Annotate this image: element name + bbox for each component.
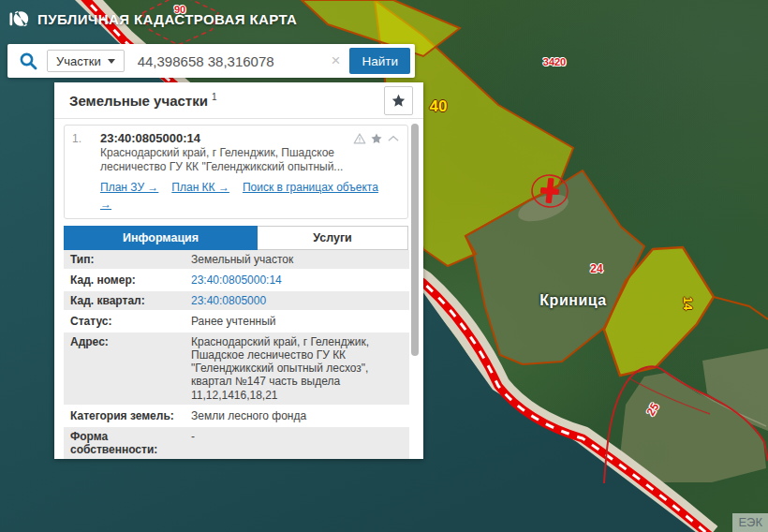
item-links: План ЗУ →План КК →Поиск в границах объек… — [100, 178, 400, 212]
results-panel-title: Земельные участки 1 — [69, 92, 217, 109]
result-item[interactable]: 1. 23:40:0805000:14 — [64, 125, 408, 219]
warning-icon[interactable] — [353, 132, 366, 145]
find-button[interactable]: Найти — [349, 48, 410, 74]
app-window: 9034204024Криница1425 ЕЭК ПУБЛИЧНАЯ КАДА… — [0, 0, 768, 532]
info-row-label: Статус: — [64, 315, 184, 328]
info-row-value-link[interactable]: 23:40:0805000:14 — [184, 273, 409, 287]
search-icon[interactable] — [19, 52, 37, 70]
info-row: Статус:Ранее учтенный — [64, 312, 409, 332]
clear-search-icon[interactable]: × — [328, 52, 350, 70]
info-row-label: Форма собственности: — [64, 430, 184, 456]
search-bar: Участки × Найти — [7, 44, 415, 78]
info-row-label: Тип: — [64, 253, 184, 266]
info-row-value: Ранее учтенный — [184, 315, 409, 328]
search-category-dropdown[interactable]: Участки — [47, 50, 125, 72]
info-row: Тип:Земельный участок — [64, 250, 409, 271]
tab-information[interactable]: Информация — [64, 226, 258, 250]
info-table: Тип:Земельный участокКад. номер:23:40:08… — [64, 250, 409, 459]
item-link-0[interactable]: План ЗУ → — [100, 181, 158, 194]
boundary-line — [714, 297, 768, 319]
info-row-label: Адрес: — [64, 335, 184, 401]
info-row-value: Земли лесного фонда — [184, 409, 409, 422]
info-row: Адрес:Краснодарский край, г Геленджик, П… — [64, 332, 409, 406]
info-row-value-link[interactable]: 23:40:0805000 — [184, 294, 409, 307]
star-icon — [391, 93, 406, 109]
item-address: Краснодарский край, г Геленджик, Пшадско… — [100, 146, 400, 173]
item-link-1[interactable]: План КК → — [171, 181, 229, 194]
search-category-label: Участки — [56, 54, 101, 68]
info-row: Кад. квартал:23:40:0805000 — [64, 291, 409, 312]
info-tabs: ИнформацияУслуги — [64, 226, 408, 250]
info-row: Форма собственности:- — [64, 427, 409, 459]
rosreestr-logo-icon — [9, 8, 30, 29]
results-panel: Земельные участки 1 1. 23:40:0805000:14 — [54, 82, 423, 459]
info-row: Кад. номер:23:40:0805000:14 — [64, 271, 409, 291]
results-count: 1 — [212, 92, 217, 102]
tab-services[interactable]: Услуги — [258, 226, 408, 250]
results-panel-body: 1. 23:40:0805000:14 — [54, 119, 423, 459]
info-row: Категория земель:Земли лесного фонда — [64, 406, 409, 427]
info-row-value: Краснодарский край, г Геленджик, Пшадско… — [184, 335, 409, 401]
app-title: ПУБЛИЧНАЯ КАДАСТРОВАЯ КАРТА — [37, 11, 297, 27]
search-input[interactable] — [136, 52, 328, 70]
chevron-down-icon — [108, 59, 115, 64]
collapse-chevron-icon[interactable] — [387, 132, 400, 145]
info-row-label: Кад. квартал: — [64, 294, 184, 307]
panel-scrollbar-thumb[interactable] — [411, 124, 419, 356]
info-row-label: Категория земель: — [64, 409, 184, 422]
favorites-button[interactable] — [384, 86, 413, 115]
info-row-value: Земельный участок — [184, 253, 409, 266]
star-icon[interactable] — [370, 132, 383, 145]
results-panel-header: Земельные участки 1 — [54, 82, 423, 119]
item-index: 1. — [72, 131, 100, 145]
app-header: ПУБЛИЧНАЯ КАДАСТРОВАЯ КАРТА — [9, 8, 297, 29]
info-row-label: Кад. номер: — [64, 273, 184, 287]
info-row-value: - — [184, 430, 409, 456]
item-cadastral-number: 23:40:0805000:14 — [100, 131, 353, 145]
map-attribution: ЕЭК — [732, 513, 768, 532]
